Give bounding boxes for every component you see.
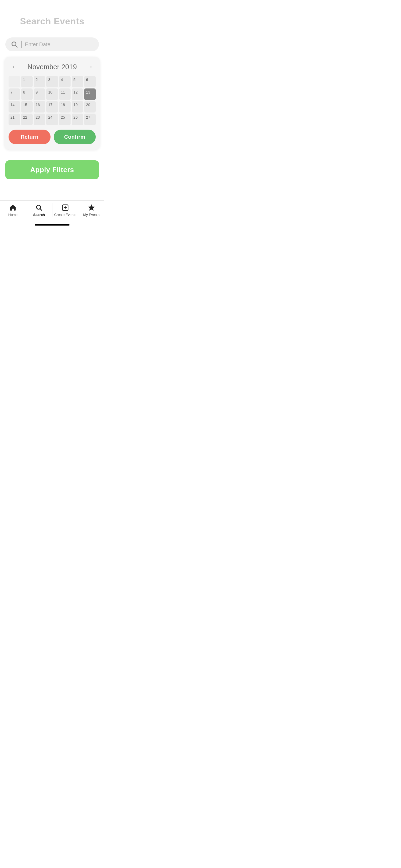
search-bar-divider (21, 41, 22, 48)
calendar-buttons: Return Confirm (8, 130, 96, 144)
nav-label-search: Search (33, 213, 44, 217)
nav-label-create-events: Create Events (54, 213, 76, 217)
calendar-day-cell[interactable]: 9 (34, 89, 45, 100)
bottom-nav: Home Search Create Events (0, 200, 104, 222)
bottom-indicator (35, 224, 69, 225)
calendar-day-cell[interactable]: 20 (84, 101, 96, 113)
calendar-month-title: November 2019 (28, 63, 77, 71)
calendar-day-cell[interactable]: 4 (59, 76, 70, 87)
calendar-day-cell[interactable]: 23 (34, 114, 45, 125)
calendar-day-cell[interactable]: 25 (59, 114, 70, 125)
calendar-day-cell[interactable]: 12 (72, 89, 83, 100)
home-icon (9, 204, 17, 212)
nav-label-home: Home (8, 213, 18, 217)
calendar-day-cell[interactable]: 24 (46, 114, 58, 125)
search-icon (11, 41, 18, 48)
calendar-day-cell[interactable]: 10 (46, 89, 58, 100)
calendar-header: ‹ November 2019 › (8, 62, 96, 72)
confirm-button[interactable]: Confirm (54, 130, 96, 144)
search-nav-icon (35, 204, 43, 212)
title-divider (0, 32, 104, 32)
nav-label-my-events: My Events (83, 213, 99, 217)
calendar-day-cell[interactable]: 8 (21, 89, 33, 100)
search-bar (5, 37, 99, 51)
page-title: Search Events (0, 16, 104, 27)
calendar-day-cell (8, 76, 20, 87)
calendar-day-cell[interactable]: 21 (8, 114, 20, 125)
calendar-day-cell[interactable]: 6 (84, 76, 96, 87)
calendar-day-cell[interactable]: 15 (21, 101, 33, 113)
calendar-day-cell[interactable]: 27 (84, 114, 96, 125)
date-search-input[interactable] (25, 41, 94, 48)
apply-filters-button[interactable]: Apply Filters (5, 160, 99, 179)
calendar-day-cell[interactable]: 5 (72, 76, 83, 87)
nav-item-search[interactable]: Search (26, 204, 52, 217)
next-month-button[interactable]: › (86, 62, 96, 72)
calendar-grid: 1234567891011121314151617181920212223242… (8, 76, 96, 125)
svg-line-1 (16, 45, 17, 47)
calendar-day-cell[interactable]: 2 (34, 76, 45, 87)
calendar-day-cell[interactable]: 3 (46, 76, 58, 87)
prev-month-button[interactable]: ‹ (8, 62, 18, 72)
calendar-day-cell[interactable]: 26 (72, 114, 83, 125)
calendar-card: ‹ November 2019 › 1234567891011121314151… (4, 57, 100, 150)
calendar-day-cell[interactable]: 19 (72, 101, 83, 113)
calendar-day-cell[interactable]: 11 (59, 89, 70, 100)
calendar-day-cell[interactable]: 22 (21, 114, 33, 125)
nav-item-home[interactable]: Home (0, 204, 26, 217)
calendar-day-cell[interactable]: 1 (21, 76, 33, 87)
calendar-day-cell[interactable]: 16 (34, 101, 45, 113)
return-button[interactable]: Return (8, 130, 51, 144)
calendar-day-cell[interactable]: 13 (84, 89, 96, 100)
svg-line-3 (40, 209, 42, 210)
nav-item-my-events[interactable]: My Events (78, 204, 104, 217)
calendar-day-cell[interactable]: 14 (8, 101, 20, 113)
calendar-day-cell[interactable]: 18 (59, 101, 70, 113)
create-events-icon (61, 204, 69, 212)
calendar-day-cell[interactable]: 17 (46, 101, 58, 113)
calendar-day-cell[interactable]: 7 (8, 89, 20, 100)
nav-item-create-events[interactable]: Create Events (52, 204, 78, 217)
my-events-icon (87, 204, 95, 212)
